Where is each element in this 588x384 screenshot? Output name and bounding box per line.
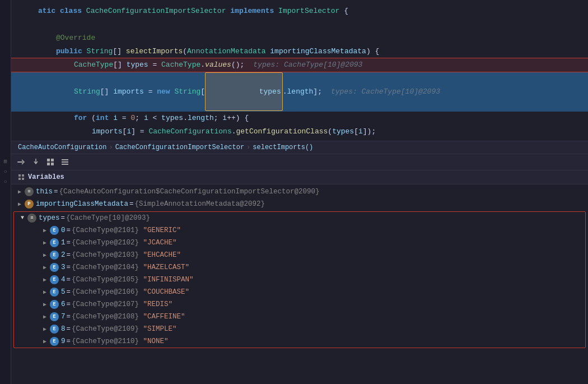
param-type: AnnotationMetadata	[187, 45, 270, 58]
var-name-4: 4	[61, 276, 66, 284]
expand-arrow-2[interactable]: ▶	[41, 251, 49, 259]
var-eq-8: =	[67, 325, 71, 333]
svg-rect-6	[62, 161, 68, 163]
var-val-str-6: "REDIS"	[139, 300, 172, 308]
breadcrumb-item-3[interactable]: selectImports()	[253, 144, 313, 151]
var-imports: imports	[113, 86, 144, 98]
step-over-button[interactable]	[16, 156, 27, 168]
badge-1: E	[50, 238, 59, 247]
punct-call: (	[328, 126, 332, 138]
var-row-item8[interactable]: ▶ E 8 = {CacheType@2109} "SIMPLE"	[14, 323, 585, 335]
expand-arrow-7[interactable]: ▶	[41, 313, 49, 321]
var-row-item0[interactable]: ▶ E 0 = {CacheType@2101} "GENERIC"	[14, 224, 585, 237]
code-line-imports: String [] imports = new String [ types .…	[11, 72, 588, 111]
var-row-types[interactable]: ▼ ≡ types = {CacheType[10]@2093}	[14, 212, 585, 224]
var-length2: length	[188, 112, 214, 124]
var-row-item9[interactable]: ▶ E 9 = {CacheType@2110} "NONE"	[14, 335, 585, 348]
badge-6: E	[50, 300, 59, 309]
method-name: selectImports	[126, 45, 183, 58]
var-row-this[interactable]: ▶ ≡ this = {CacheAutoConfiguration$Cache…	[11, 186, 588, 198]
var-val-ref-9: {CacheType@2110}	[72, 337, 139, 345]
svg-rect-5	[62, 159, 68, 160]
var-name-1: 1	[61, 239, 66, 247]
editor-area: atic class CacheConfigurationImportSelec…	[11, 0, 588, 141]
content-area: atic class CacheConfigurationImportSelec…	[11, 0, 588, 384]
type-string: String	[87, 45, 113, 58]
expand-arrow-4[interactable]: ▶	[41, 276, 49, 284]
expand-arrow-9[interactable]: ▶	[41, 337, 49, 345]
var-name-8: 8	[61, 325, 66, 333]
lines-button[interactable]	[59, 156, 71, 168]
expand-arrow-3[interactable]: ▶	[41, 263, 49, 271]
var-val-ref-0: {CacheType@2101}	[72, 226, 139, 234]
var-row-item1[interactable]: ▶ E 1 = {CacheType@2102} "JCACHE"	[14, 237, 585, 249]
var-name-9: 9	[61, 337, 66, 345]
svg-rect-10	[18, 178, 21, 180]
var-i2: i	[144, 112, 148, 124]
var-row-item2[interactable]: ▶ E 2 = {CacheType@2103} "EHCACHE"	[14, 249, 585, 261]
var-val-str-9: "NONE"	[139, 337, 169, 345]
var-eq-2: =	[67, 251, 71, 259]
var-val-ref-7: {CacheType@2108}	[72, 313, 139, 321]
var-tree: ▶ ≡ this = {CacheAutoConfiguration$Cache…	[11, 184, 588, 350]
code-line-types: CacheType [] types = CacheType . values …	[11, 58, 588, 72]
var-types3: types	[161, 112, 183, 124]
expand-arrow-8[interactable]: ▶	[41, 325, 49, 333]
badge-0: E	[50, 226, 59, 235]
svg-rect-2	[51, 159, 54, 161]
var-val-str-2: "EHCACHE"	[139, 251, 181, 259]
expand-arrow-this[interactable]: ▶	[16, 188, 24, 196]
var-eq-4: =	[67, 276, 71, 284]
breadcrumb-item-2[interactable]: CacheConfigurationImportSelector	[115, 144, 244, 151]
punct-dot: .	[200, 59, 205, 71]
var-eq-1: =	[67, 239, 71, 247]
var-val-str-8: "SIMPLE"	[139, 325, 177, 333]
var-name-importing: importingClassMetadata	[36, 200, 128, 208]
badge-8: E	[50, 325, 59, 334]
badge-types: ≡	[27, 214, 36, 223]
var-name-2: 2	[61, 251, 66, 259]
expand-arrow-1[interactable]: ▶	[41, 239, 49, 247]
sidebar-icon-3: ○	[1, 177, 10, 186]
badge-importing: P	[25, 200, 34, 209]
grid-button[interactable]	[45, 156, 56, 168]
var-row-item7[interactable]: ▶ E 7 = {CacheType@2108} "CAFFEINE"	[14, 311, 585, 323]
var-val-str-1: "JCACHE"	[139, 239, 177, 247]
var-i4: i	[127, 126, 131, 138]
expand-arrow-5[interactable]: ▶	[41, 288, 49, 296]
punct-idx-close: ]	[131, 126, 136, 138]
var-name-5: 5	[61, 288, 66, 296]
type-cachetype: CacheType	[74, 59, 113, 71]
svg-rect-11	[22, 178, 24, 180]
variables-icon	[18, 174, 25, 181]
comment-imports: types: CacheType[10]@2093	[331, 86, 440, 98]
var-row-item4[interactable]: ▶ E 4 = {CacheType@2105} "INFINISPAN"	[14, 274, 585, 286]
punct-assign: =	[148, 59, 161, 71]
var-row-item3[interactable]: ▶ E 3 = {CacheType@2104} "HAZELCAST"	[14, 261, 585, 274]
param-name: importingClassMetadata	[270, 45, 366, 58]
expand-arrow-0[interactable]: ▶	[41, 226, 49, 234]
var-eq-0: =	[67, 226, 71, 234]
var-val-str-7: "CAFFEINE"	[139, 313, 185, 321]
expand-arrow-6[interactable]: ▶	[41, 300, 49, 308]
step-into-button[interactable]	[30, 156, 41, 168]
svg-rect-9	[22, 174, 24, 177]
badge-2: E	[50, 251, 59, 260]
interface-name: ImportSelector	[278, 5, 339, 17]
variables-panel: Variables ▶ ≡ this = {CacheAutoConfigura…	[11, 170, 588, 384]
var-row-importing[interactable]: ▶ P importingClassMetadata = {SimpleAnno…	[11, 198, 588, 210]
class-name: CacheConfigurationImportSelector	[86, 5, 230, 17]
code-line-override: @Override	[11, 31, 588, 45]
breadcrumb-item-1[interactable]: CacheAutoConfiguration	[18, 144, 106, 151]
var-row-item5[interactable]: ▶ E 5 = {CacheType@2106} "COUCHBASE"	[14, 286, 585, 298]
kw-for: for	[74, 112, 91, 124]
punct-dot4: .	[232, 126, 236, 138]
badge-this: ≡	[25, 187, 34, 196]
expand-arrow-importing[interactable]: ▶	[16, 200, 24, 208]
var-eq-importing: =	[129, 200, 134, 208]
var-row-item6[interactable]: ▶ E 6 = {CacheType@2107} "REDIS"	[14, 298, 585, 311]
var-eq-6: =	[67, 300, 71, 308]
expand-arrow-types[interactable]: ▼	[18, 214, 26, 222]
var-val-str-5: "COUCHBASE"	[139, 288, 189, 296]
breadcrumb-sep-2: ›	[246, 144, 250, 151]
